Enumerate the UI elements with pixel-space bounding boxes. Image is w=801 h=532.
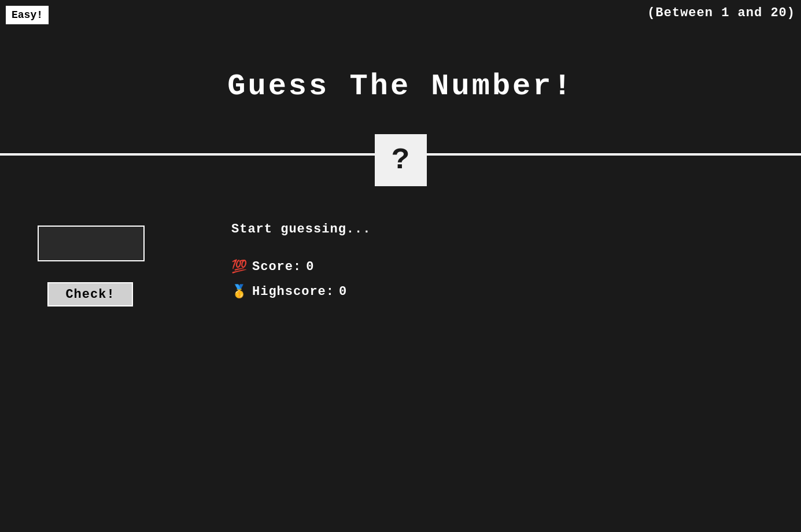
- score-value: 0: [306, 260, 314, 274]
- question-mark-icon: ?: [392, 143, 409, 178]
- guess-input[interactable]: [38, 226, 145, 261]
- highscore-line: 🥇 Highscore: 0: [231, 284, 347, 300]
- range-text: (Between 1 and 20): [647, 6, 795, 20]
- secret-number-display: ?: [375, 134, 427, 186]
- status-message: Start guessing...: [231, 222, 371, 237]
- score-area: 💯 Score: 0 🥇 Highscore: 0: [231, 259, 347, 309]
- highscore-label: Highscore:: [252, 285, 334, 299]
- highscore-value: 0: [339, 285, 347, 299]
- game-title: Guess The Number!: [0, 69, 801, 104]
- score-label: Score:: [252, 260, 301, 274]
- highscore-icon: 🥇: [231, 284, 248, 300]
- score-line: 💯 Score: 0: [231, 259, 347, 275]
- score-icon: 💯: [231, 259, 248, 275]
- check-button[interactable]: Check!: [47, 282, 133, 306]
- difficulty-badge: Easy!: [6, 6, 49, 24]
